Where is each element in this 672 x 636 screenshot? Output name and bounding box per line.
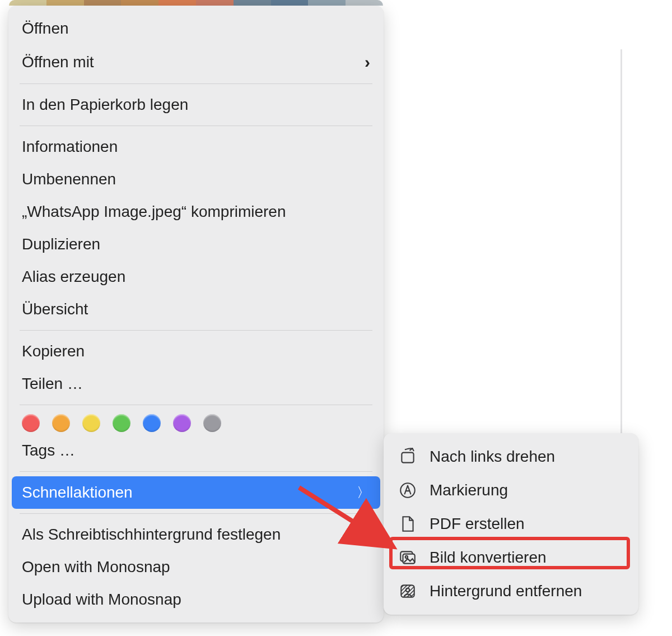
- menu-separator: [20, 513, 372, 514]
- tag-color-row: [8, 410, 384, 434]
- menu-trash-label: In den Papierkorb legen: [22, 93, 188, 117]
- menu-tags-label: Tags …: [22, 439, 75, 462]
- menu-alias[interactable]: Alias erzeugen: [8, 261, 384, 293]
- menu-share-label: Teilen …: [22, 372, 83, 396]
- chevron-right-icon: 〉: [357, 482, 370, 503]
- submenu-convert-image[interactable]: Bild konvertieren: [384, 541, 638, 574]
- menu-open-with-label: Öffnen mit: [22, 50, 94, 74]
- quick-actions-submenu: Nach links drehen Markierung PDF erstell…: [384, 433, 638, 615]
- submenu-remove-background-label: Hintergrund entfernen: [430, 579, 582, 603]
- tag-green[interactable]: [113, 414, 130, 432]
- submenu-markup[interactable]: Markierung: [384, 473, 638, 507]
- tag-purple[interactable]: [173, 414, 191, 432]
- submenu-rotate-left-label: Nach links drehen: [430, 445, 555, 468]
- menu-duplicate[interactable]: Duplizieren: [8, 228, 384, 261]
- menu-alias-label: Alias erzeugen: [22, 265, 125, 289]
- submenu-markup-label: Markierung: [430, 479, 508, 502]
- menu-share[interactable]: Teilen …: [8, 368, 384, 400]
- menu-compress-label: „WhatsApp Image.jpeg“ komprimieren: [22, 200, 286, 224]
- chevron-right-icon: ›: [365, 49, 370, 75]
- menu-rename[interactable]: Umbenennen: [8, 163, 384, 196]
- tag-yellow[interactable]: [82, 414, 100, 432]
- menu-duplicate-label: Duplizieren: [22, 233, 100, 256]
- menu-quick-actions-label: Schnellaktionen: [22, 481, 133, 504]
- menu-separator: [20, 471, 372, 472]
- menu-upload-monosnap[interactable]: Upload with Monosnap: [8, 583, 384, 616]
- svg-rect-0: [402, 453, 413, 463]
- context-menu: Öffnen Öffnen mit › In den Papierkorb le…: [8, 6, 384, 623]
- submenu-create-pdf[interactable]: PDF erstellen: [384, 507, 638, 541]
- menu-info[interactable]: Informationen: [8, 131, 384, 163]
- rotate-left-icon: [398, 447, 417, 466]
- menu-trash[interactable]: In den Papierkorb legen: [8, 89, 384, 121]
- window-top-edge: [9, 0, 383, 6]
- menu-quick-actions[interactable]: Schnellaktionen 〉: [12, 476, 380, 509]
- image-stack-icon: [398, 548, 417, 567]
- menu-separator: [20, 405, 372, 405]
- menu-copy-label: Kopieren: [22, 340, 85, 363]
- menu-info-label: Informationen: [22, 135, 118, 159]
- menu-open[interactable]: Öffnen: [8, 12, 384, 45]
- menu-set-wallpaper-label: Als Schreibtischhintergrund festlegen: [22, 523, 281, 546]
- menu-set-wallpaper[interactable]: Als Schreibtischhintergrund festlegen: [8, 518, 384, 551]
- menu-quicklook-label: Übersicht: [22, 298, 88, 321]
- tag-blue[interactable]: [143, 414, 161, 432]
- menu-rename-label: Umbenennen: [22, 168, 116, 191]
- menu-upload-monosnap-label: Upload with Monosnap: [22, 588, 181, 611]
- submenu-remove-background[interactable]: Hintergrund entfernen: [384, 574, 638, 608]
- remove-background-icon: [398, 582, 417, 601]
- menu-tags[interactable]: Tags …: [8, 434, 384, 467]
- menu-separator: [20, 83, 372, 84]
- submenu-create-pdf-label: PDF erstellen: [430, 512, 525, 536]
- submenu-rotate-left[interactable]: Nach links drehen: [384, 440, 638, 473]
- document-icon: [398, 514, 417, 533]
- menu-open-monosnap-label: Open with Monosnap: [22, 555, 170, 579]
- menu-quicklook[interactable]: Übersicht: [8, 293, 384, 326]
- menu-compress[interactable]: „WhatsApp Image.jpeg“ komprimieren: [8, 196, 384, 228]
- menu-open-monosnap[interactable]: Open with Monosnap: [8, 551, 384, 583]
- tag-orange[interactable]: [52, 414, 70, 432]
- menu-separator: [20, 330, 372, 331]
- menu-copy[interactable]: Kopieren: [8, 335, 384, 368]
- menu-open-with[interactable]: Öffnen mit ›: [8, 45, 384, 79]
- tag-gray[interactable]: [203, 414, 221, 432]
- markup-icon: [398, 481, 417, 500]
- menu-separator: [20, 126, 372, 126]
- menu-open-label: Öffnen: [22, 17, 69, 40]
- submenu-convert-image-label: Bild konvertieren: [430, 546, 547, 569]
- tag-red[interactable]: [22, 414, 40, 432]
